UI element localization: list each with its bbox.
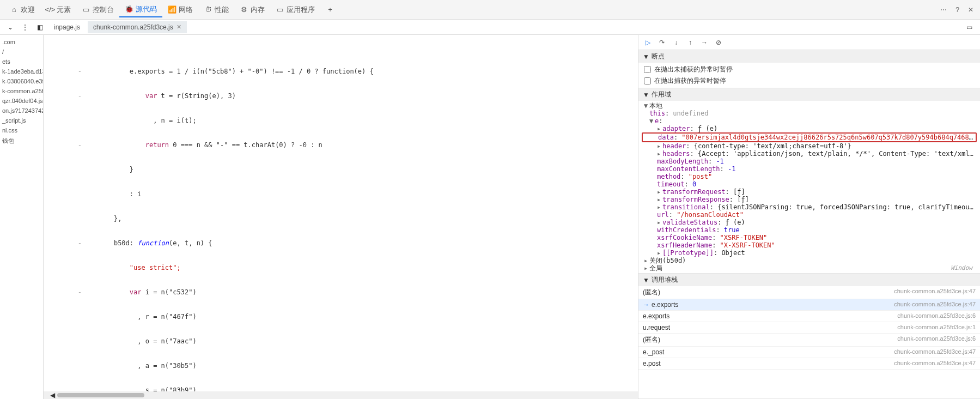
- call-frame[interactable]: e.exportschunk-common.a25fd3ce.js:6: [638, 311, 980, 322]
- scope-var[interactable]: ▼e:: [642, 117, 977, 125]
- file-tab-label: chunk-common.a25fd3ce.js: [93, 23, 173, 31]
- scope-header[interactable]: ▼ 作用域: [638, 88, 980, 101]
- tab-label: 控制台: [93, 5, 114, 15]
- tab-network[interactable]: 📶 网络: [162, 3, 198, 17]
- scope-var[interactable]: ▸header: {content-type: 'text/xml;charse…: [642, 142, 977, 150]
- network-icon: 📶: [168, 5, 176, 14]
- pause-caught-checkbox[interactable]: [644, 77, 651, 84]
- panel-icon[interactable]: ◧: [34, 22, 46, 32]
- tree-item[interactable]: qzr.040def04.js: [0, 96, 43, 106]
- scope-var[interactable]: xsrfCookieName: "XSRF-TOKEN": [642, 234, 977, 241]
- step-out-icon[interactable]: ↑: [684, 37, 696, 49]
- breakpoints-header[interactable]: ▼ 断点: [638, 50, 980, 63]
- scope-global[interactable]: ▸全局Window: [642, 264, 977, 272]
- elements-icon: </>: [46, 5, 54, 14]
- section-title: 作用域: [652, 90, 671, 99]
- tab-label: 内存: [251, 5, 265, 15]
- tree-item[interactable]: ets: [0, 57, 43, 66]
- scope-var[interactable]: ▸transformRequest: [ƒ]: [642, 188, 977, 196]
- call-frame[interactable]: (匿名)chunk-common.a25fd3ce.js:6: [638, 334, 980, 347]
- tab-memory[interactable]: ⚙ 内存: [234, 3, 270, 17]
- tab-welcome[interactable]: ⌂ 欢迎: [4, 3, 40, 17]
- callstack-header[interactable]: ▼ 调用堆栈: [638, 274, 980, 286]
- tree-item[interactable]: nl.css: [0, 125, 43, 135]
- console-icon: ▭: [82, 5, 90, 14]
- scope-var[interactable]: ▸[[Prototype]]: Object: [642, 249, 977, 257]
- tab-label: 性能: [215, 5, 229, 15]
- scope-var[interactable]: ▸headers: {Accept: 'application/json, te…: [642, 150, 977, 158]
- scope-var[interactable]: maxContentLength: -1: [642, 165, 977, 173]
- more-icon[interactable]: ⋯: [938, 4, 949, 16]
- chevron-down-icon: ▼: [643, 53, 649, 61]
- file-tab-bar: ⌄ ⋮ ◧ inpage.js chunk-common.a25fd3ce.js…: [0, 20, 980, 35]
- chevron-down-icon[interactable]: ⌄: [4, 22, 16, 32]
- scope-closure[interactable]: ▸关闭(b50d): [642, 257, 977, 264]
- resume-icon[interactable]: ▷: [642, 37, 654, 49]
- devtools-toolbar: ⌂ 欢迎 </> 元素 ▭ 控制台 🐞 源代码 📶 网络 ⏱ 性能 ⚙ 内存 ▭: [0, 0, 980, 20]
- plus-icon: +: [326, 5, 334, 14]
- tab-sources[interactable]: 🐞 源代码: [119, 2, 162, 17]
- tree-item[interactable]: /: [0, 47, 43, 57]
- tab-label: 应用程序: [287, 5, 315, 15]
- scope-var-data[interactable]: data: "007ersimjaxl4d0gtsje344wx2cejj866…: [642, 132, 977, 142]
- tab-application[interactable]: ▭ 应用程序: [270, 3, 320, 17]
- call-frame[interactable]: (匿名)chunk-common.a25fd3ce.js:47: [638, 286, 980, 299]
- call-frame[interactable]: u.requestchunk-common.a25fd3ce.js:1: [638, 322, 980, 334]
- tab-label: 欢迎: [21, 5, 35, 15]
- scope-var[interactable]: url: "/honsanCloudAct": [642, 211, 977, 219]
- perf-icon: ⏱: [204, 5, 212, 14]
- file-tab-label: inpage.js: [54, 23, 80, 31]
- file-tab-inpage[interactable]: inpage.js: [48, 21, 86, 33]
- close-icon[interactable]: ✕: [966, 4, 976, 16]
- scope-var[interactable]: withCredentials: true: [642, 226, 977, 234]
- tree-item[interactable]: on.js?172437422: [0, 106, 43, 116]
- tab-console[interactable]: ▭ 控制台: [76, 3, 119, 17]
- scope-local[interactable]: ▼本地: [642, 102, 977, 110]
- wrap-icon[interactable]: ▭: [963, 22, 976, 32]
- memory-icon: ⚙: [240, 5, 248, 14]
- horizontal-scrollbar[interactable]: ◀: [44, 391, 638, 399]
- tree-item[interactable]: k-03806040.e3f: [0, 76, 43, 86]
- tree-item[interactable]: 钱包: [0, 135, 43, 147]
- scope-var[interactable]: maxBodyLength: -1: [642, 158, 977, 165]
- chevron-down-icon: ▼: [643, 91, 649, 99]
- more-vertical-icon[interactable]: ⋮: [19, 22, 32, 32]
- deactivate-icon[interactable]: ⊘: [713, 37, 725, 49]
- file-tab-chunk[interactable]: chunk-common.a25fd3ce.js ✕: [88, 21, 187, 33]
- step-over-icon[interactable]: ↷: [656, 37, 668, 49]
- tab-label: 网络: [179, 5, 193, 15]
- close-icon[interactable]: ✕: [176, 23, 181, 31]
- call-frame[interactable]: e.postchunk-common.a25fd3ce.js:47: [638, 358, 980, 370]
- tab-label: 元素: [57, 5, 71, 15]
- help-icon[interactable]: ?: [953, 4, 961, 16]
- debug-toolbar: ▷ ↷ ↓ ↑ → ⊘: [638, 35, 980, 50]
- step-into-icon[interactable]: ↓: [670, 37, 682, 49]
- tree-item[interactable]: k-common.a25f: [0, 86, 43, 96]
- section-title: 断点: [652, 52, 665, 61]
- code-editor[interactable]: - e.exports = 1 / i(n("5cb8") + "-0") !=…: [44, 35, 638, 391]
- home-icon: ⌂: [10, 5, 19, 14]
- call-frame[interactable]: e._postchunk-common.a25fd3ce.js:47: [638, 347, 980, 358]
- scope-var[interactable]: ▸transformResponse: [ƒ]: [642, 196, 977, 203]
- step-icon[interactable]: →: [698, 37, 710, 49]
- scope-var[interactable]: ▸transitional: {silentJSONParsing: true,…: [642, 203, 977, 211]
- pause-uncaught-checkbox[interactable]: [644, 66, 651, 73]
- call-frame[interactable]: →e.exportschunk-common.a25fd3ce.js:47: [638, 299, 980, 311]
- checkbox-label: 在抛出捕获的异常时暂停: [654, 76, 726, 86]
- tree-item[interactable]: .com: [0, 37, 43, 47]
- scope-var[interactable]: ▸validateStatus: ƒ (e): [642, 219, 977, 226]
- tab-performance[interactable]: ⏱ 性能: [198, 3, 234, 17]
- scope-var[interactable]: xsrfHeaderName: "X-XSRF-TOKEN": [642, 241, 977, 249]
- scope-var[interactable]: this: undefined: [642, 110, 977, 117]
- tab-elements[interactable]: </> 元素: [40, 3, 76, 17]
- arrow-icon: →: [643, 301, 649, 309]
- scope-var[interactable]: method: "post": [642, 173, 977, 180]
- tree-item[interactable]: _script.js: [0, 116, 43, 125]
- tab-add[interactable]: +: [320, 3, 340, 16]
- file-tree: .com / ets k-1ade3eba.d13 k-03806040.e3f…: [0, 35, 44, 399]
- tree-item[interactable]: k-1ade3eba.d13: [0, 66, 43, 76]
- section-title: 调用堆栈: [652, 275, 678, 285]
- sources-icon: 🐞: [125, 5, 133, 14]
- scope-var[interactable]: timeout: 0: [642, 180, 977, 188]
- scope-var[interactable]: ▸adapter: ƒ (e): [642, 125, 977, 132]
